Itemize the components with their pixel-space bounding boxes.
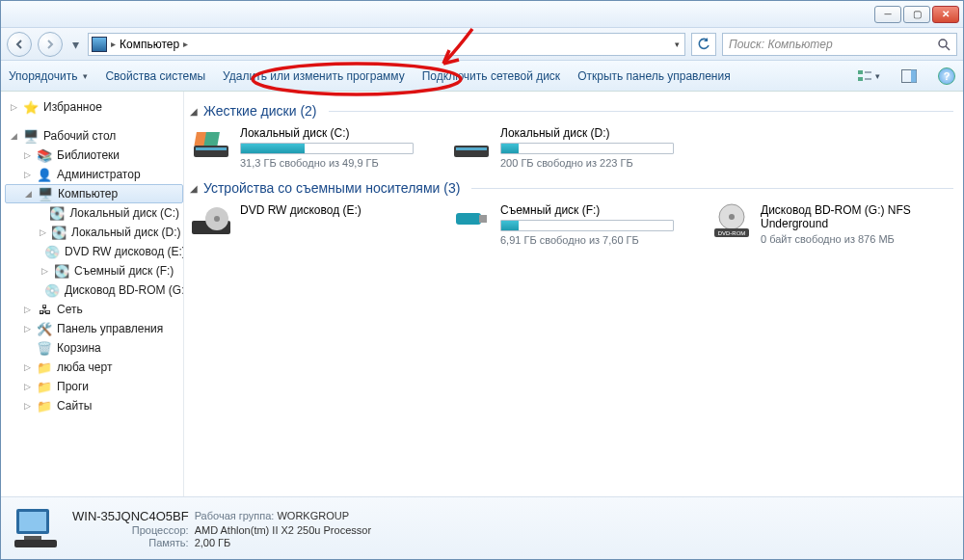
- user-icon: 👤: [37, 167, 52, 182]
- capacity-bar: [240, 143, 414, 154]
- svg-rect-26: [14, 540, 57, 547]
- tree-drive-f[interactable]: ▷💽 Съемный диск (F:): [5, 261, 183, 280]
- collapse-icon: ◢: [190, 106, 198, 117]
- hdd-icon: [190, 126, 232, 163]
- svg-point-16: [214, 216, 220, 222]
- drive-icon: 💽: [51, 225, 67, 240]
- svg-rect-17: [456, 213, 481, 225]
- svg-rect-13: [456, 147, 487, 150]
- network-icon: 🖧: [37, 302, 52, 317]
- nav-back-button[interactable]: [7, 32, 32, 57]
- tree-drive-c[interactable]: 💽 Локальный диск (C:): [5, 203, 183, 223]
- preview-pane-button[interactable]: [897, 66, 921, 87]
- svg-rect-25: [24, 536, 41, 540]
- svg-rect-24: [19, 512, 46, 531]
- svg-point-0: [939, 40, 947, 47]
- tree-admin[interactable]: ▷👤 Администратор: [5, 165, 183, 184]
- tree-control-panel[interactable]: ▷🛠️ Панель управления: [5, 319, 183, 338]
- libraries-icon: 📚: [37, 147, 52, 163]
- svg-rect-7: [911, 69, 917, 82]
- svg-rect-8: [194, 146, 228, 157]
- usb-drive-icon: [450, 203, 493, 240]
- svg-point-20: [729, 214, 735, 220]
- svg-rect-9: [196, 147, 227, 150]
- search-input[interactable]: Поиск: Компьютер: [722, 33, 957, 56]
- computer-large-icon: [11, 505, 61, 551]
- breadcrumb-dropdown[interactable]: ▾: [675, 40, 680, 49]
- window-close-button[interactable]: ✕: [932, 6, 959, 23]
- folder-icon: 📁: [37, 398, 52, 413]
- map-network-drive-button[interactable]: Подключить сетевой диск: [422, 69, 560, 83]
- breadcrumb-separator: ▸: [183, 39, 188, 49]
- svg-rect-3: [858, 77, 863, 81]
- breadcrumb-item[interactable]: Компьютер: [120, 38, 179, 51]
- drive-item-dvd[interactable]: DVD RW дисковод (E:): [190, 203, 431, 246]
- svg-rect-18: [479, 215, 487, 223]
- nav-forward-button[interactable]: [38, 32, 63, 57]
- group-header-removable[interactable]: ◢ Устройства со съемными носителями (3): [190, 180, 953, 196]
- computer-icon: [92, 37, 107, 52]
- disc-icon: 💿: [44, 282, 60, 298]
- view-options-button[interactable]: ▾: [857, 66, 880, 87]
- navigation-tree: ▷⭐ Избранное ◢🖥️ Рабочий стол ▷📚 Библиот…: [1, 92, 184, 496]
- capacity-bar: [500, 220, 674, 231]
- tree-drive-d[interactable]: ▷💽 Локальный диск (D:): [5, 223, 183, 242]
- group-header-hdd[interactable]: ◢ Жесткие диски (2): [190, 103, 953, 119]
- nav-history-dropdown[interactable]: ▾: [68, 32, 82, 57]
- tree-desktop[interactable]: ◢🖥️ Рабочий стол: [5, 126, 183, 146]
- organize-button[interactable]: Упорядочить: [9, 69, 88, 83]
- capacity-bar: [500, 143, 674, 154]
- drive-item-bdrom[interactable]: DVD-ROM Дисковод BD-ROM (G:) NFS Undergr…: [710, 203, 951, 246]
- uninstall-program-button[interactable]: Удалить или изменить программу: [223, 69, 405, 83]
- search-icon: [937, 38, 951, 51]
- search-placeholder: Поиск: Компьютер: [729, 38, 833, 51]
- tree-folder-sites[interactable]: ▷📁 Сайты: [5, 396, 183, 415]
- recycle-icon: 🗑️: [37, 340, 52, 356]
- drive-icon: 💽: [54, 263, 69, 279]
- svg-line-1: [946, 46, 950, 50]
- tree-favorites[interactable]: ▷⭐ Избранное: [5, 97, 183, 117]
- svg-rect-2: [858, 70, 863, 74]
- breadcrumb-separator: ▸: [111, 39, 116, 49]
- tree-folder-luba[interactable]: ▷📁 люба черт: [5, 358, 183, 377]
- window-minimize-button[interactable]: ─: [874, 6, 901, 23]
- open-control-panel-button[interactable]: Открыть панель управления: [577, 69, 731, 83]
- content-area: ◢ Жесткие диски (2) Локальный диск (C:) …: [184, 92, 963, 496]
- system-properties-button[interactable]: Свойства системы: [105, 69, 205, 83]
- tree-network[interactable]: ▷🖧 Сеть: [5, 300, 183, 319]
- breadcrumb-bar[interactable]: ▸ Компьютер ▸ ▾: [88, 33, 685, 56]
- drive-item-d[interactable]: Локальный диск (D:) 200 ГБ свободно из 2…: [450, 126, 691, 169]
- tree-libraries[interactable]: ▷📚 Библиотеки: [5, 146, 183, 165]
- svg-text:DVD-ROM: DVD-ROM: [718, 230, 746, 236]
- folder-icon: 📁: [37, 379, 52, 394]
- tree-bdrom[interactable]: 💿 Дисковод BD-ROM (G:): [5, 280, 183, 300]
- collapse-icon: ◢: [190, 183, 198, 194]
- drive-item-f[interactable]: Съемный диск (F:) 6,91 ГБ свободно из 7,…: [450, 203, 691, 246]
- details-pane: WIN-35JQNC4O5BF Рабочая группа: WORKGROU…: [1, 496, 963, 559]
- computer-icon: 🖥️: [38, 186, 53, 201]
- folder-icon: 📁: [37, 360, 52, 375]
- hdd-icon: [450, 126, 493, 163]
- svg-rect-12: [454, 146, 489, 157]
- drive-icon: 💽: [49, 205, 65, 221]
- disc-icon: 💿: [44, 244, 60, 259]
- svg-rect-11: [203, 132, 219, 146]
- drive-item-c[interactable]: Локальный диск (C:) 31,3 ГБ свободно из …: [190, 126, 431, 169]
- star-icon: ⭐: [23, 99, 39, 115]
- tree-folder-progi[interactable]: ▷📁 Проги: [5, 377, 183, 396]
- window-maximize-button[interactable]: ▢: [903, 6, 930, 23]
- control-panel-icon: 🛠️: [37, 321, 52, 336]
- help-button[interactable]: ?: [938, 67, 955, 85]
- tree-computer[interactable]: ◢🖥️ Компьютер: [5, 184, 183, 203]
- dvd-drive-icon: [190, 203, 232, 240]
- navigation-bar: ▾ ▸ Компьютер ▸ ▾ Поиск: Компьютер: [1, 28, 963, 61]
- command-toolbar: Упорядочить Свойства системы Удалить или…: [1, 61, 963, 92]
- window-titlebar: ─ ▢ ✕: [1, 1, 963, 28]
- details-computer-name: WIN-35JQNC4O5BF: [72, 509, 189, 523]
- tree-dvd[interactable]: 💿 DVD RW дисковод (E:): [5, 242, 183, 261]
- refresh-button[interactable]: [691, 33, 716, 56]
- bdrom-icon: DVD-ROM: [710, 203, 753, 240]
- desktop-icon: 🖥️: [23, 128, 39, 144]
- tree-recycle-bin[interactable]: 🗑️ Корзина: [5, 338, 183, 358]
